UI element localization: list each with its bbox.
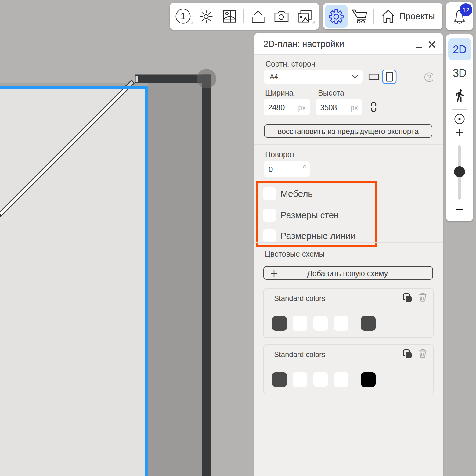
svg-text:?: ? bbox=[427, 73, 431, 81]
svg-text:12: 12 bbox=[462, 6, 469, 13]
svg-text:1: 1 bbox=[181, 11, 186, 21]
svg-text:2D: 2D bbox=[453, 43, 466, 56]
svg-text:Проекты: Проекты bbox=[399, 11, 435, 21]
svg-text:3D: 3D bbox=[453, 67, 466, 79]
